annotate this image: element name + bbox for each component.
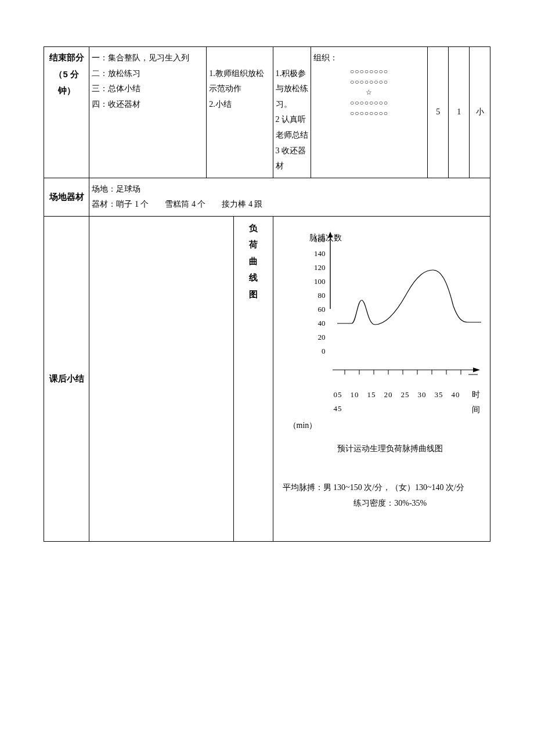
time-axis-label: 时间 (472, 387, 486, 418)
density-text: 练习密度：30%-35% (294, 496, 486, 512)
min-label: （min） (288, 418, 486, 434)
chart-svg-wrap (326, 231, 482, 387)
cell-venue-header: 场地器材 (44, 178, 89, 216)
cell-summary-blank (89, 216, 234, 541)
avg-pulse-text: 平均脉搏：男 130~150 次/分，（女）130~140 次/分 (283, 480, 486, 496)
x-axis-ticks: 05 10 15 20 25 30 35 40 45 (334, 388, 461, 416)
cell-time: 5 (428, 47, 449, 178)
cell-ending-content: 一：集合整队，见习生入列 二：放松练习 三：总体小结 四：收还器材 (89, 47, 207, 178)
cell-ending-header: 结束部分 （5 分钟） (44, 47, 89, 178)
cell-student-activity: 1.积极参 与放松练 习。 2 认真听 老师总结 3 收还器 材 (273, 47, 311, 178)
cell-organization: 组织： ○○○○○○○○ ○○○○○○○○ ☆ ○○○○○○○○ ○○○○○○○… (311, 47, 428, 178)
ending-duration: （5 分钟） (46, 66, 86, 99)
formation-diagram: ○○○○○○○○ ○○○○○○○○ ☆ ○○○○○○○○ ○○○○○○○○ (313, 66, 425, 118)
chart-caption: 预计运动生理负荷脉搏曲线图 (294, 441, 486, 457)
ending-title: 结束部分 (46, 49, 86, 66)
cell-intensity: 小 (470, 47, 490, 178)
svg-marker-3 (473, 368, 480, 372)
chart-area: 脉搏次数 160 140 120 100 80 60 40 20 0 (277, 231, 486, 511)
lesson-plan-table: 结束部分 （5 分钟） 一：集合整队，见习生入列 二：放松练习 三：总体小结 四… (44, 46, 490, 542)
y-axis-ticks: 160 140 120 100 80 60 40 20 0 (306, 231, 326, 358)
cell-venue-content: 场地：足球场 器材：哨子 1 个 雪糕筒 4 个 接力棒 4 跟 (89, 178, 490, 216)
row-ending-section: 结束部分 （5 分钟） 一：集合整队，见习生入列 二：放松练习 三：总体小结 四… (44, 47, 490, 178)
cell-reps: 1 (449, 47, 470, 178)
cell-load-curve-chart: 脉搏次数 160 140 120 100 80 60 40 20 0 (273, 216, 490, 541)
cell-teacher-activity: 1.教师组织放松 示范动作 2.小结 (207, 47, 273, 178)
row-post-class-summary: 课后小结 负 荷 曲 线 图 脉搏次数 160 140 120 100 80 6… (44, 216, 490, 541)
load-curve-chart (326, 231, 482, 381)
row-venue-equipment: 场地器材 场地：足球场 器材：哨子 1 个 雪糕筒 4 个 接力棒 4 跟 (44, 178, 490, 216)
cell-load-curve-label: 负 荷 曲 线 图 (234, 216, 273, 541)
pulse-y-label: 脉搏次数 (309, 231, 342, 246)
cell-summary-header: 课后小结 (44, 216, 89, 541)
